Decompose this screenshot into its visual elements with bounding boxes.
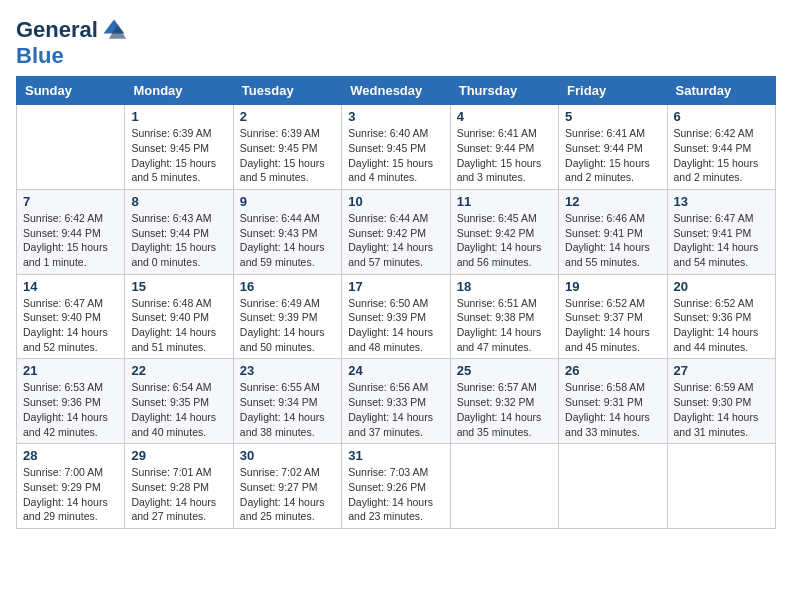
day-number: 25 <box>457 363 552 378</box>
calendar-cell: 6Sunrise: 6:42 AMSunset: 9:44 PMDaylight… <box>667 105 775 190</box>
day-number: 20 <box>674 279 769 294</box>
calendar-cell: 5Sunrise: 6:41 AMSunset: 9:44 PMDaylight… <box>559 105 667 190</box>
day-number: 30 <box>240 448 335 463</box>
calendar-cell: 3Sunrise: 6:40 AMSunset: 9:45 PMDaylight… <box>342 105 450 190</box>
calendar-cell: 15Sunrise: 6:48 AMSunset: 9:40 PMDayligh… <box>125 274 233 359</box>
column-header-friday: Friday <box>559 77 667 105</box>
day-number: 6 <box>674 109 769 124</box>
day-info: Sunrise: 6:53 AMSunset: 9:36 PMDaylight:… <box>23 380 118 439</box>
page-header: General Blue <box>16 16 776 68</box>
calendar-cell <box>559 444 667 529</box>
calendar-cell <box>450 444 558 529</box>
day-number: 16 <box>240 279 335 294</box>
day-info: Sunrise: 6:43 AMSunset: 9:44 PMDaylight:… <box>131 211 226 270</box>
column-header-wednesday: Wednesday <box>342 77 450 105</box>
day-info: Sunrise: 6:47 AMSunset: 9:40 PMDaylight:… <box>23 296 118 355</box>
day-info: Sunrise: 6:55 AMSunset: 9:34 PMDaylight:… <box>240 380 335 439</box>
day-info: Sunrise: 6:47 AMSunset: 9:41 PMDaylight:… <box>674 211 769 270</box>
day-info: Sunrise: 6:58 AMSunset: 9:31 PMDaylight:… <box>565 380 660 439</box>
column-header-sunday: Sunday <box>17 77 125 105</box>
day-info: Sunrise: 6:57 AMSunset: 9:32 PMDaylight:… <box>457 380 552 439</box>
day-info: Sunrise: 6:46 AMSunset: 9:41 PMDaylight:… <box>565 211 660 270</box>
calendar-table: SundayMondayTuesdayWednesdayThursdayFrid… <box>16 76 776 529</box>
day-number: 11 <box>457 194 552 209</box>
day-info: Sunrise: 6:42 AMSunset: 9:44 PMDaylight:… <box>23 211 118 270</box>
calendar-cell: 2Sunrise: 6:39 AMSunset: 9:45 PMDaylight… <box>233 105 341 190</box>
day-number: 29 <box>131 448 226 463</box>
day-info: Sunrise: 6:48 AMSunset: 9:40 PMDaylight:… <box>131 296 226 355</box>
day-info: Sunrise: 6:44 AMSunset: 9:43 PMDaylight:… <box>240 211 335 270</box>
calendar-cell: 14Sunrise: 6:47 AMSunset: 9:40 PMDayligh… <box>17 274 125 359</box>
day-number: 26 <box>565 363 660 378</box>
calendar-cell: 20Sunrise: 6:52 AMSunset: 9:36 PMDayligh… <box>667 274 775 359</box>
day-info: Sunrise: 7:00 AMSunset: 9:29 PMDaylight:… <box>23 465 118 524</box>
calendar-cell <box>17 105 125 190</box>
day-info: Sunrise: 6:42 AMSunset: 9:44 PMDaylight:… <box>674 126 769 185</box>
calendar-cell <box>667 444 775 529</box>
day-info: Sunrise: 6:52 AMSunset: 9:37 PMDaylight:… <box>565 296 660 355</box>
calendar-cell: 9Sunrise: 6:44 AMSunset: 9:43 PMDaylight… <box>233 189 341 274</box>
calendar-cell: 26Sunrise: 6:58 AMSunset: 9:31 PMDayligh… <box>559 359 667 444</box>
day-info: Sunrise: 6:45 AMSunset: 9:42 PMDaylight:… <box>457 211 552 270</box>
day-number: 13 <box>674 194 769 209</box>
day-number: 12 <box>565 194 660 209</box>
day-info: Sunrise: 7:01 AMSunset: 9:28 PMDaylight:… <box>131 465 226 524</box>
calendar-cell: 25Sunrise: 6:57 AMSunset: 9:32 PMDayligh… <box>450 359 558 444</box>
calendar-cell: 29Sunrise: 7:01 AMSunset: 9:28 PMDayligh… <box>125 444 233 529</box>
day-number: 22 <box>131 363 226 378</box>
day-number: 28 <box>23 448 118 463</box>
calendar-cell: 17Sunrise: 6:50 AMSunset: 9:39 PMDayligh… <box>342 274 450 359</box>
day-number: 8 <box>131 194 226 209</box>
calendar-week-row: 28Sunrise: 7:00 AMSunset: 9:29 PMDayligh… <box>17 444 776 529</box>
day-number: 14 <box>23 279 118 294</box>
calendar-cell: 19Sunrise: 6:52 AMSunset: 9:37 PMDayligh… <box>559 274 667 359</box>
calendar-week-row: 1Sunrise: 6:39 AMSunset: 9:45 PMDaylight… <box>17 105 776 190</box>
day-info: Sunrise: 6:39 AMSunset: 9:45 PMDaylight:… <box>131 126 226 185</box>
calendar-cell: 18Sunrise: 6:51 AMSunset: 9:38 PMDayligh… <box>450 274 558 359</box>
calendar-cell: 7Sunrise: 6:42 AMSunset: 9:44 PMDaylight… <box>17 189 125 274</box>
day-number: 15 <box>131 279 226 294</box>
calendar-cell: 8Sunrise: 6:43 AMSunset: 9:44 PMDaylight… <box>125 189 233 274</box>
calendar-cell: 31Sunrise: 7:03 AMSunset: 9:26 PMDayligh… <box>342 444 450 529</box>
day-number: 5 <box>565 109 660 124</box>
calendar-week-row: 14Sunrise: 6:47 AMSunset: 9:40 PMDayligh… <box>17 274 776 359</box>
calendar-cell: 24Sunrise: 6:56 AMSunset: 9:33 PMDayligh… <box>342 359 450 444</box>
logo-text-general: General <box>16 18 98 42</box>
day-number: 27 <box>674 363 769 378</box>
day-number: 18 <box>457 279 552 294</box>
day-info: Sunrise: 6:50 AMSunset: 9:39 PMDaylight:… <box>348 296 443 355</box>
day-info: Sunrise: 6:49 AMSunset: 9:39 PMDaylight:… <box>240 296 335 355</box>
day-number: 7 <box>23 194 118 209</box>
day-number: 19 <box>565 279 660 294</box>
calendar-week-row: 7Sunrise: 6:42 AMSunset: 9:44 PMDaylight… <box>17 189 776 274</box>
calendar-cell: 28Sunrise: 7:00 AMSunset: 9:29 PMDayligh… <box>17 444 125 529</box>
calendar-cell: 23Sunrise: 6:55 AMSunset: 9:34 PMDayligh… <box>233 359 341 444</box>
day-info: Sunrise: 6:41 AMSunset: 9:44 PMDaylight:… <box>457 126 552 185</box>
day-info: Sunrise: 6:54 AMSunset: 9:35 PMDaylight:… <box>131 380 226 439</box>
day-number: 23 <box>240 363 335 378</box>
calendar-cell: 12Sunrise: 6:46 AMSunset: 9:41 PMDayligh… <box>559 189 667 274</box>
logo: General Blue <box>16 16 128 68</box>
calendar-header-row: SundayMondayTuesdayWednesdayThursdayFrid… <box>17 77 776 105</box>
day-number: 1 <box>131 109 226 124</box>
day-number: 10 <box>348 194 443 209</box>
day-info: Sunrise: 6:39 AMSunset: 9:45 PMDaylight:… <box>240 126 335 185</box>
column-header-saturday: Saturday <box>667 77 775 105</box>
calendar-cell: 16Sunrise: 6:49 AMSunset: 9:39 PMDayligh… <box>233 274 341 359</box>
calendar-cell: 22Sunrise: 6:54 AMSunset: 9:35 PMDayligh… <box>125 359 233 444</box>
day-info: Sunrise: 6:51 AMSunset: 9:38 PMDaylight:… <box>457 296 552 355</box>
day-info: Sunrise: 6:52 AMSunset: 9:36 PMDaylight:… <box>674 296 769 355</box>
calendar-cell: 1Sunrise: 6:39 AMSunset: 9:45 PMDaylight… <box>125 105 233 190</box>
day-info: Sunrise: 7:02 AMSunset: 9:27 PMDaylight:… <box>240 465 335 524</box>
day-info: Sunrise: 6:56 AMSunset: 9:33 PMDaylight:… <box>348 380 443 439</box>
calendar-cell: 10Sunrise: 6:44 AMSunset: 9:42 PMDayligh… <box>342 189 450 274</box>
calendar-cell: 4Sunrise: 6:41 AMSunset: 9:44 PMDaylight… <box>450 105 558 190</box>
day-info: Sunrise: 6:41 AMSunset: 9:44 PMDaylight:… <box>565 126 660 185</box>
calendar-week-row: 21Sunrise: 6:53 AMSunset: 9:36 PMDayligh… <box>17 359 776 444</box>
day-info: Sunrise: 6:44 AMSunset: 9:42 PMDaylight:… <box>348 211 443 270</box>
calendar-cell: 27Sunrise: 6:59 AMSunset: 9:30 PMDayligh… <box>667 359 775 444</box>
day-info: Sunrise: 6:40 AMSunset: 9:45 PMDaylight:… <box>348 126 443 185</box>
calendar-cell: 11Sunrise: 6:45 AMSunset: 9:42 PMDayligh… <box>450 189 558 274</box>
day-info: Sunrise: 7:03 AMSunset: 9:26 PMDaylight:… <box>348 465 443 524</box>
day-number: 31 <box>348 448 443 463</box>
